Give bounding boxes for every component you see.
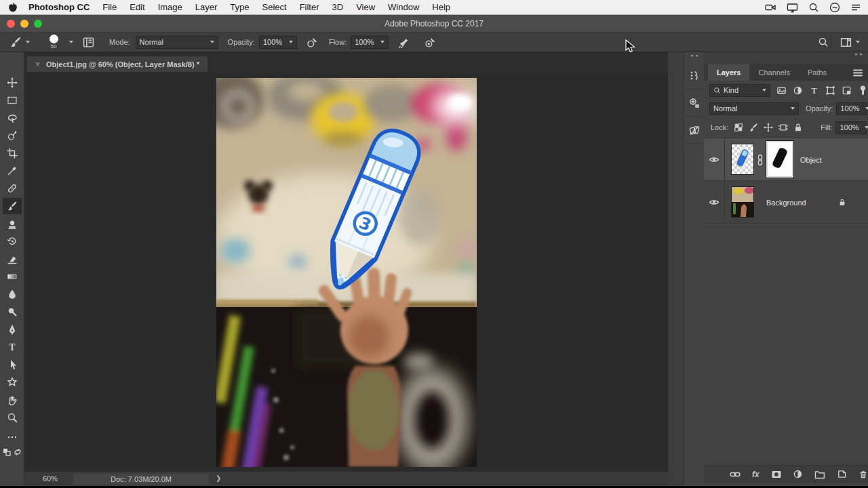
flow-select[interactable]: 100% xyxy=(351,36,389,49)
layer-style-fx-button[interactable]: fx xyxy=(752,470,760,479)
menu-image[interactable]: Image xyxy=(158,2,182,12)
libraries-panel-button[interactable] xyxy=(684,117,705,144)
collapse-dock-button[interactable]: ◄◄ xyxy=(684,54,705,58)
display-icon[interactable] xyxy=(787,2,798,13)
layer-row-background[interactable]: Background xyxy=(704,181,868,224)
lock-all-icon[interactable] xyxy=(793,123,803,132)
new-adjustment-layer-icon[interactable] xyxy=(793,469,803,479)
layer-mask-link-icon[interactable] xyxy=(757,154,764,166)
brush-preset-picker[interactable]: 50 xyxy=(42,35,65,49)
blur-tool[interactable] xyxy=(3,286,22,302)
notification-center-icon[interactable] xyxy=(850,2,861,13)
toggle-brush-panel-icon[interactable] xyxy=(83,37,94,48)
zoom-tool[interactable] xyxy=(3,409,22,426)
layer-filter-kind-select[interactable]: Kind xyxy=(709,84,770,97)
brush-panel-button[interactable] xyxy=(684,62,705,89)
canvas-pasteboard[interactable]: 3 xyxy=(24,72,668,471)
menu-view[interactable]: View xyxy=(356,2,375,12)
lock-artboard-icon[interactable] xyxy=(778,123,788,132)
dodge-tool[interactable] xyxy=(3,304,22,320)
filter-adjustment-layers-icon[interactable] xyxy=(793,85,803,96)
crop-tool[interactable] xyxy=(3,145,22,161)
document-tab[interactable]: × Object1.jpg @ 60% (Object, Layer Mask/… xyxy=(27,56,208,72)
screen-recording-icon[interactable] xyxy=(765,2,776,13)
tab-paths[interactable]: Paths xyxy=(799,64,835,81)
layer-blend-mode-select[interactable]: Normal xyxy=(709,102,799,115)
menu-help[interactable]: Help xyxy=(432,2,450,12)
lock-position-icon[interactable] xyxy=(764,123,773,132)
opacity-select[interactable]: 100% xyxy=(259,36,297,49)
gradient-tool[interactable] xyxy=(3,268,22,285)
filter-type-layers-icon[interactable]: T xyxy=(809,85,819,96)
layer-thumbnail-background[interactable] xyxy=(731,186,754,218)
visibility-eye-icon[interactable] xyxy=(709,156,719,163)
status-options-chevron[interactable]: ❯ xyxy=(216,474,221,482)
layer-thumbnail-object[interactable] xyxy=(731,144,754,175)
menu-select[interactable]: Select xyxy=(262,2,286,12)
marquee-tool[interactable] xyxy=(3,92,22,108)
blend-mode-select[interactable]: Normal xyxy=(136,36,218,49)
new-layer-icon[interactable] xyxy=(837,469,847,479)
pen-tool[interactable] xyxy=(3,321,22,338)
add-layer-mask-icon[interactable] xyxy=(771,470,782,479)
shape-tool[interactable] xyxy=(3,374,22,390)
workspace-switcher[interactable] xyxy=(840,37,860,48)
default-colors-button[interactable] xyxy=(2,444,11,460)
tab-layers[interactable]: Layers xyxy=(708,64,749,81)
new-group-icon[interactable] xyxy=(814,470,825,479)
panel-menu-icon[interactable] xyxy=(853,69,863,77)
edit-toolbar-button[interactable] xyxy=(3,429,22,445)
pressure-opacity-icon[interactable] xyxy=(307,37,318,48)
delete-layer-trash-icon[interactable] xyxy=(859,469,868,479)
history-brush-tool[interactable] xyxy=(3,233,22,249)
layer-row-object[interactable]: Object xyxy=(704,138,868,181)
airbrush-icon[interactable] xyxy=(398,37,410,48)
menu-layer[interactable]: Layer xyxy=(195,2,218,12)
filter-smart-objects-icon[interactable] xyxy=(842,85,852,96)
filter-shape-layers-icon[interactable] xyxy=(825,85,835,96)
link-layers-icon[interactable] xyxy=(730,470,741,479)
layer-fill-select[interactable]: 100% xyxy=(835,121,867,134)
type-tool[interactable]: T xyxy=(3,339,22,355)
spotlight-search-icon[interactable] xyxy=(808,2,819,13)
menu-file[interactable]: File xyxy=(102,2,117,12)
quick-selection-tool[interactable] xyxy=(3,127,22,144)
lasso-tool[interactable] xyxy=(3,110,22,126)
visibility-eye-icon[interactable] xyxy=(709,199,719,206)
eraser-tool[interactable] xyxy=(3,251,22,267)
menu-3d[interactable]: 3D xyxy=(332,2,344,12)
clone-stamp-tool[interactable] xyxy=(3,216,22,232)
lock-pixels-icon[interactable] xyxy=(749,123,758,132)
swap-colors-button[interactable] xyxy=(13,444,22,460)
siri-icon[interactable] xyxy=(829,2,840,13)
menu-filter[interactable]: Filter xyxy=(300,2,319,12)
close-tab-icon[interactable]: × xyxy=(35,60,40,69)
path-selection-tool[interactable] xyxy=(3,357,22,373)
expand-panel-button[interactable]: ►► xyxy=(854,52,864,56)
healing-brush-tool[interactable] xyxy=(3,180,22,197)
chevron-down-icon[interactable] xyxy=(69,41,73,43)
zoom-level-field[interactable]: 60% xyxy=(31,474,69,483)
search-button[interactable] xyxy=(818,37,829,47)
clone-source-panel-button[interactable] xyxy=(684,89,705,117)
menu-type[interactable]: Type xyxy=(230,2,249,12)
layer-name[interactable]: Background xyxy=(766,199,806,207)
filter-pixel-layers-icon[interactable] xyxy=(776,85,787,96)
layer-opacity-select[interactable]: 100% xyxy=(836,102,867,115)
pressure-size-icon[interactable] xyxy=(425,37,436,48)
menu-edit[interactable]: Edit xyxy=(130,2,144,12)
layer-mask-thumbnail[interactable] xyxy=(766,141,793,178)
hand-tool[interactable] xyxy=(3,392,22,408)
canvas-image[interactable]: 3 xyxy=(216,78,477,467)
lock-transparency-icon[interactable] xyxy=(734,123,743,132)
brush-tool[interactable] xyxy=(3,198,22,214)
layer-filter-toggle[interactable] xyxy=(859,85,867,96)
document-size-info[interactable]: Doc: 7.03M/20.0M xyxy=(73,474,209,485)
tab-channels[interactable]: Channels xyxy=(749,64,798,81)
layer-name[interactable]: Object xyxy=(800,156,822,164)
move-tool[interactable] xyxy=(3,75,22,91)
eyedropper-tool[interactable] xyxy=(3,163,22,179)
apple-menu-icon[interactable] xyxy=(8,2,18,13)
menu-window[interactable]: Window xyxy=(388,2,419,12)
menu-app-name[interactable]: Photoshop CC xyxy=(28,2,90,12)
